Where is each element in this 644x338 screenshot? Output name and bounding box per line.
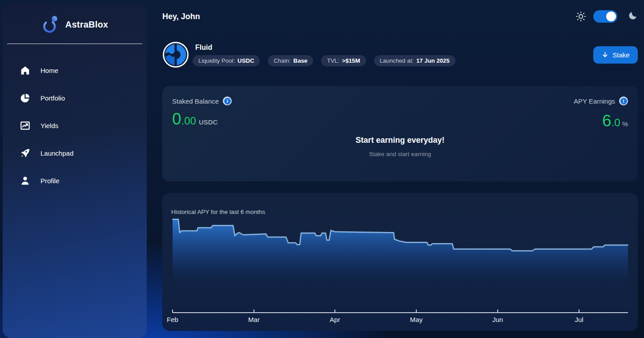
- badge-tvl: TVL: >$15M: [321, 55, 366, 66]
- sidebar-item-portfolio[interactable]: Portfolio: [3, 84, 147, 112]
- fluid-logo: [162, 41, 189, 68]
- apy-area-chart: FebMarAprMayJunJul: [173, 206, 628, 326]
- info-icon[interactable]: i: [223, 97, 232, 105]
- home-icon: [20, 65, 31, 76]
- sidebar-item-yields[interactable]: Yields: [3, 112, 147, 139]
- badge-value: >$15M: [342, 57, 360, 64]
- sidebar-item-label: Portfolio: [40, 94, 65, 102]
- token-name: Fluid: [195, 44, 455, 52]
- topbar: Hey, John: [162, 0, 638, 23]
- user-icon: [20, 175, 31, 186]
- line-chart-icon: [20, 120, 31, 131]
- x-tick-label: Jun: [492, 316, 503, 323]
- staked-balance-value: 0.00USDC: [172, 110, 232, 129]
- sidebar-divider: [7, 44, 142, 44]
- rocket-icon: [20, 148, 31, 159]
- badge-label: Chain:: [274, 57, 290, 64]
- apy-earnings-header: APY Earnings i: [574, 97, 628, 105]
- cta-title: Start earning everyday!: [162, 136, 638, 145]
- staked-balance-block: Staked Balance i 0.00USDC: [172, 97, 232, 129]
- apy-dec: .0: [612, 117, 620, 129]
- cta-block: Start earning everyday! Stake and start …: [162, 136, 638, 157]
- sidebar-item-label: Launchpad: [40, 149, 73, 157]
- token-row: Fluid Liquidity Pool: USDC Chain: Base T…: [162, 41, 638, 68]
- theme-toggle[interactable]: [593, 10, 617, 23]
- token-info: Fluid Liquidity Pool: USDC Chain: Base T…: [193, 44, 455, 66]
- badge-value: Base: [294, 57, 308, 64]
- apy-unit: %: [622, 120, 628, 128]
- sun-icon: [576, 11, 586, 22]
- balance-dec: .00: [181, 115, 196, 127]
- x-tick-label: Mar: [248, 316, 260, 323]
- astrablox-logo-icon: [41, 14, 61, 35]
- token-badges: Liquidity Pool: USDC Chain: Base TVL: >$…: [193, 55, 455, 66]
- stake-button[interactable]: Stake: [593, 46, 638, 64]
- x-tick-label: May: [410, 316, 423, 323]
- badge-value: 17 Jun 2025: [416, 57, 450, 64]
- x-tick-label: Jul: [575, 316, 583, 323]
- cta-subtitle: Stake and start earning: [162, 151, 638, 157]
- download-arrow-icon: [601, 51, 609, 59]
- badge-label: Launched at:: [380, 57, 414, 64]
- sidebar-item-home[interactable]: Home: [3, 56, 147, 84]
- brand: AstraBlox: [3, 4, 147, 44]
- sidebar-nav: Home Portfolio Yields Launchpad: [3, 56, 147, 194]
- staked-balance-header: Staked Balance i: [172, 97, 232, 105]
- balance-int: 0: [172, 110, 181, 128]
- apy-earnings-block: APY Earnings i 6.0%: [574, 97, 628, 130]
- apy-chart-card: Historical APY for the last 6 months Feb…: [162, 193, 638, 331]
- sidebar-item-profile[interactable]: Profile: [3, 167, 147, 194]
- sidebar: AstraBlox Home Portfolio Yields: [3, 4, 147, 338]
- theme-controls: [576, 10, 638, 23]
- badge-chain: Chain: Base: [268, 55, 313, 66]
- sidebar-item-label: Profile: [40, 177, 60, 185]
- pie-chart-icon: [20, 93, 31, 104]
- theme-toggle-knob: [606, 12, 616, 21]
- badge-label: Liquidity Pool:: [198, 57, 235, 64]
- sidebar-item-launchpad[interactable]: Launchpad: [3, 139, 147, 167]
- badge-launched-at: Launched at: 17 Jun 2025: [374, 55, 455, 66]
- apy-int: 6: [602, 112, 612, 130]
- badge-value: USDC: [237, 57, 254, 64]
- moon-icon: [628, 11, 638, 22]
- apy-earnings-label: APY Earnings: [574, 97, 615, 105]
- staked-balance-label: Staked Balance: [172, 97, 219, 105]
- astrablox-dashboard: { "colors": { "accent_blue": "#1373dc", …: [0, 0, 644, 338]
- info-icon[interactable]: i: [619, 97, 628, 105]
- badge-liquidity-pool: Liquidity Pool: USDC: [193, 55, 260, 66]
- balance-unit: USDC: [199, 118, 218, 126]
- sidebar-item-label: Yields: [40, 122, 58, 129]
- stake-button-label: Stake: [612, 51, 629, 59]
- greeting: Hey, John: [162, 12, 200, 21]
- x-tick-label: Apr: [330, 316, 340, 323]
- brand-name: AstraBlox: [65, 20, 108, 30]
- x-tick-label: Feb: [167, 316, 178, 323]
- stat-row: Staked Balance i 0.00USDC APY Earnings i: [172, 97, 628, 130]
- staked-balance-card: Staked Balance i 0.00USDC APY Earnings i: [162, 86, 638, 181]
- badge-label: TVL:: [327, 57, 339, 64]
- main-content: Hey, John: [147, 0, 644, 338]
- apy-value: 6.0%: [574, 112, 628, 130]
- sidebar-item-label: Home: [40, 67, 58, 74]
